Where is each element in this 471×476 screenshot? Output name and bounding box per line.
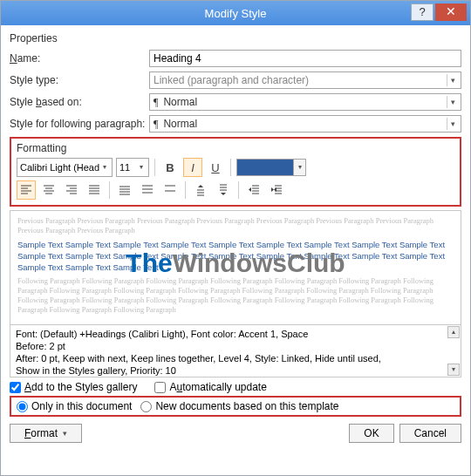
cancel-button[interactable]: Cancel <box>399 424 461 443</box>
name-input[interactable] <box>149 50 461 67</box>
ok-button[interactable]: OK <box>349 424 393 443</box>
close-button[interactable]: ✕ <box>435 3 467 21</box>
font-size-combo[interactable]: 11▾ <box>116 158 149 177</box>
formatting-label: Formatting <box>17 142 454 154</box>
preview-pane: Previous Paragraph Previous Paragraph Pr… <box>10 210 461 325</box>
add-to-gallery-label: Add to the Styles gallery <box>24 381 137 393</box>
increase-indent-button[interactable] <box>267 180 286 200</box>
font-color-combo[interactable]: ▾ <box>236 159 306 176</box>
only-this-document-radio[interactable] <box>17 401 28 412</box>
based-on-combo[interactable]: ¶Normal▾ <box>149 93 461 111</box>
align-left-button[interactable] <box>17 180 36 200</box>
add-to-gallery-checkbox[interactable] <box>10 382 21 393</box>
style-description: Font: (Default) +Headings (Calibri Light… <box>10 325 461 377</box>
help-button[interactable]: ? <box>411 3 433 21</box>
underline-button[interactable]: U <box>206 158 225 177</box>
italic-button[interactable]: I <box>183 158 202 177</box>
auto-update-label: Automatically update <box>169 381 266 393</box>
style-type-combo[interactable]: Linked (paragraph and character)▾ <box>149 71 461 89</box>
formatting-group: Formatting Calibri Light (Head▾ 11▾ B I … <box>10 137 461 207</box>
space-before-inc-button[interactable] <box>191 180 210 200</box>
line-spacing-15-button[interactable] <box>138 180 157 200</box>
decrease-indent-button[interactable] <box>244 180 263 200</box>
name-label: Name: <box>10 52 149 65</box>
titlebar: Modify Style ? ✕ <box>1 1 470 25</box>
color-swatch-icon <box>237 160 293 175</box>
scroll-up-button[interactable]: ▴ <box>447 326 460 338</box>
align-right-button[interactable] <box>62 180 81 200</box>
chevron-down-icon: ▾ <box>447 74 459 86</box>
only-this-document-label: Only in this document <box>31 400 132 412</box>
pilcrow-icon: ¶ <box>154 96 158 109</box>
align-center-button[interactable] <box>39 180 58 200</box>
new-documents-label: New documents based on this template <box>155 400 338 412</box>
style-type-label: Style type: <box>10 74 149 86</box>
auto-update-checkbox[interactable] <box>154 382 166 393</box>
new-documents-radio[interactable] <box>140 401 152 412</box>
modify-style-dialog: Modify Style ? ✕ Properties Name: Style … <box>0 0 471 476</box>
chevron-down-icon: ▾ <box>135 160 147 174</box>
following-label: Style for following paragraph: <box>10 118 149 130</box>
bold-button[interactable]: B <box>160 158 180 177</box>
dialog-title: Modify Style <box>205 7 267 20</box>
space-before-dec-button[interactable] <box>214 180 233 200</box>
chevron-down-icon: ▾ <box>293 160 305 175</box>
chevron-down-icon: ▾ <box>447 96 459 108</box>
properties-section-label: Properties <box>10 32 461 44</box>
based-on-label: Style based on: <box>10 96 149 108</box>
line-spacing-2-button[interactable] <box>160 180 180 200</box>
chevron-down-icon: ▾ <box>447 118 459 130</box>
scope-radio-group: Only in this document New documents base… <box>10 396 461 417</box>
following-combo[interactable]: ¶Normal▾ <box>149 115 461 133</box>
pilcrow-icon: ¶ <box>154 118 158 131</box>
line-spacing-1-button[interactable] <box>115 180 134 200</box>
scroll-down-button[interactable]: ▾ <box>447 364 460 376</box>
chevron-down-icon: ▾ <box>99 160 111 174</box>
font-combo[interactable]: Calibri Light (Head▾ <box>17 158 113 177</box>
format-button[interactable]: Format <box>10 424 82 443</box>
align-justify-button[interactable] <box>85 180 104 200</box>
